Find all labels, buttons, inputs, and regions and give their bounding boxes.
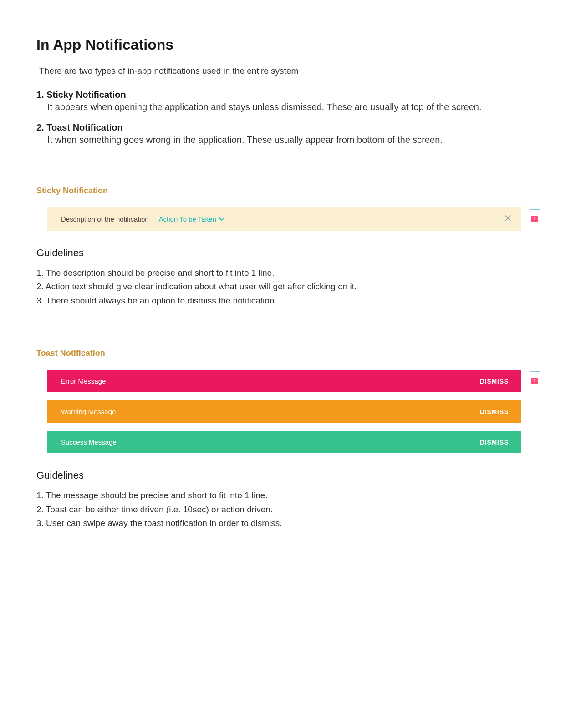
sticky-action-text: Action To be Taken [159, 215, 216, 223]
toast-success-text: Success Message [61, 438, 117, 446]
toast-warning: Warning Message DISMISS [47, 400, 521, 423]
sticky-notification: Description of the notification Action T… [47, 207, 521, 231]
toast-error-dismiss[interactable]: DISMISS [480, 378, 509, 385]
toast-section-label: Toast Notification [36, 349, 540, 358]
height-spec-indicator: 0 [530, 209, 540, 229]
type-toast: 2. Toast Notification It when something … [36, 122, 540, 145]
toast-warning-text: Warning Message [61, 408, 116, 415]
toast-success-dismiss[interactable]: DISMISS [480, 439, 509, 446]
toast-warning-dismiss[interactable]: DISMISS [480, 408, 509, 415]
close-button[interactable] [505, 215, 511, 223]
guideline-item: 3. There should always be an option to d… [36, 294, 540, 308]
type-sticky-desc: It appears when opening the application … [47, 102, 540, 112]
page-title: In App Notifications [36, 36, 540, 53]
guideline-item: 3. User can swipe away the toast notific… [36, 516, 540, 530]
toast-error: Error Message DISMISS [47, 370, 521, 392]
sticky-section-label: Sticky Notification [36, 186, 540, 196]
close-icon [505, 215, 511, 223]
toast-success: Success Message DISMISS [47, 431, 521, 453]
chevron-down-icon [219, 217, 224, 221]
spec-badge-icon: 0 [531, 216, 537, 222]
guidelines-heading-2: Guidelines [36, 470, 540, 481]
toast-error-text: Error Message [61, 377, 106, 385]
type-sticky-title: 1. Sticky Notification [36, 90, 540, 100]
height-spec-indicator: 0 [530, 371, 540, 391]
guideline-item: 2. Toast can be either time driven (i.e.… [36, 503, 540, 516]
type-toast-title: 2. Toast Notification [36, 122, 540, 133]
spec-badge-icon: 0 [531, 378, 537, 384]
sticky-action-link[interactable]: Action To be Taken [159, 215, 224, 223]
guideline-item: 1. The message should be precise and sho… [36, 489, 540, 502]
guidelines-heading-1: Guidelines [36, 247, 540, 259]
intro-text: There are two types of in-app notificati… [39, 66, 540, 76]
type-sticky: 1. Sticky Notification It appears when o… [36, 90, 540, 112]
guideline-item: 1. The description should be precise and… [36, 266, 540, 280]
guideline-item: 2. Action text should give clear indicat… [36, 280, 540, 293]
sticky-description: Description of the notification [61, 215, 149, 223]
type-toast-desc: It when something goes wrong in the appl… [47, 135, 540, 145]
